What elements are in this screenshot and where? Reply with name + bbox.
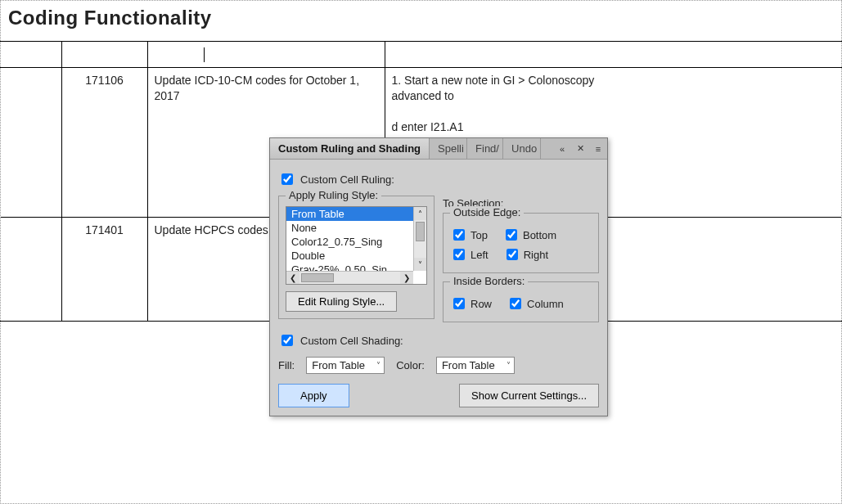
scroll-thumb[interactable] [301,273,334,282]
collapse-icon[interactable]: « [553,138,571,159]
inside-borders-label: Inside Borders: [450,275,528,287]
scroll-right-icon[interactable]: ❯ [400,272,413,284]
apply-ruling-style-label: Apply Ruling Style: [286,189,381,201]
list-item[interactable]: Double [286,249,426,263]
ruling-style-listbox[interactable]: From Table None Color12_0.75_Sing Double… [286,206,427,285]
inside-column-checkbox[interactable]: Column [507,295,564,312]
fill-label: Fill: [278,359,295,371]
custom-cell-ruling-checkbox[interactable]: Custom Cell Ruling: [278,171,599,187]
edge-top-checkbox[interactable]: Top [450,227,488,243]
edit-ruling-style-button[interactable]: Edit Ruling Style... [286,291,397,312]
custom-cell-ruling-check[interactable] [281,173,293,185]
show-current-settings-button[interactable]: Show Current Settings... [459,384,599,407]
chevron-down-icon: ˅ [507,361,511,370]
close-icon[interactable]: ✕ [571,138,589,159]
fill-value: From Table [312,359,365,371]
color-select[interactable]: From Table ˅ [436,357,515,374]
scroll-left-icon[interactable]: ❮ [286,272,299,284]
horizontal-scrollbar[interactable]: ❮ ❯ [286,271,413,284]
chevron-down-icon: ˅ [376,361,380,370]
list-item[interactable]: From Table [286,207,426,221]
list-item[interactable]: Color12_0.75_Sing [286,235,426,249]
dialog-titlebar: Custom Ruling and Shading Spelli Find/ U… [270,138,607,160]
list-item[interactable]: None [286,221,426,235]
page-title: Coding Functionality [8,7,842,29]
menu-icon[interactable]: ≡ [589,138,607,159]
edge-right-checkbox[interactable]: Right [503,246,548,263]
color-value: From Table [442,359,495,371]
scroll-down-icon[interactable]: ˅ [414,258,426,271]
text-cursor [204,47,205,62]
color-label: Color: [396,359,425,371]
apply-button[interactable]: Apply [278,384,349,407]
tab-custom-ruling[interactable]: Custom Ruling and Shading [270,138,430,159]
inside-row-checkbox[interactable]: Row [450,295,492,312]
custom-ruling-shading-dialog: Custom Ruling and Shading Spelli Find/ U… [269,137,608,416]
custom-cell-shading-label: Custom Cell Shading: [300,335,403,347]
custom-cell-shading-checkbox[interactable]: Custom Cell Shading: [278,332,599,349]
row-id: 171106 [61,68,147,218]
fill-select[interactable]: From Table ˅ [306,357,385,374]
vertical-scrollbar[interactable]: ˄ ˅ [413,207,426,271]
tab-spelling[interactable]: Spelli [430,138,467,159]
scroll-thumb[interactable] [416,222,425,241]
tab-undo[interactable]: Undo [503,138,541,159]
outside-edge-label: Outside Edge: [450,206,524,218]
tab-find[interactable]: Find/ [467,138,503,159]
edge-bottom-checkbox[interactable]: Bottom [502,227,556,243]
custom-cell-shading-check[interactable] [281,335,293,346]
custom-cell-ruling-label: Custom Cell Ruling: [300,173,394,186]
edge-left-checkbox[interactable]: Left [450,246,489,263]
scroll-up-icon[interactable]: ˄ [414,207,426,220]
table-row [0,42,842,68]
row-id: 171401 [61,218,147,321]
